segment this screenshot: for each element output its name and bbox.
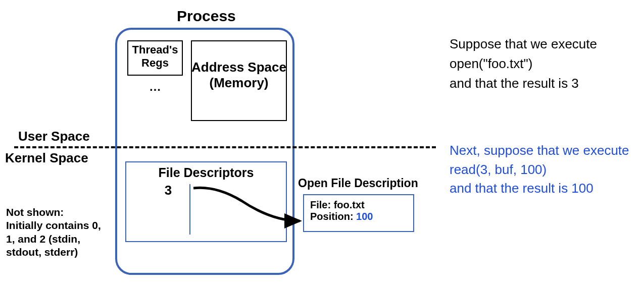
side1-line3: and that the result is 3 bbox=[450, 74, 641, 93]
process-title: Process bbox=[177, 8, 236, 25]
ofd-file-value: foo.txt bbox=[334, 199, 365, 210]
ofd-file-label: File: bbox=[310, 199, 334, 210]
ofd-pos-row: Position: 100 bbox=[310, 211, 407, 222]
side-text-1: Suppose that we execute open("foo.txt") … bbox=[450, 34, 641, 93]
addr-space-label: Address Space (Memory) bbox=[191, 60, 287, 91]
side1-line1: Suppose that we execute bbox=[450, 34, 641, 54]
side1-line2: open("foo.txt") bbox=[450, 54, 641, 74]
thread-regs-label: Thread's Regs bbox=[127, 43, 183, 70]
user-space-label: User Space bbox=[18, 129, 90, 144]
fd-arrow-icon bbox=[191, 181, 307, 226]
ofd-file-row: File: foo.txt bbox=[310, 199, 407, 211]
fd-number: 3 bbox=[156, 183, 181, 198]
thread-more-label: … bbox=[127, 80, 183, 94]
side-text-2: Next, suppose that we execute read(3, bu… bbox=[450, 141, 641, 198]
side2-line1: Next, suppose that we execute bbox=[450, 141, 641, 160]
user-kernel-divider bbox=[14, 146, 436, 148]
kernel-space-label: Kernel Space bbox=[5, 150, 88, 166]
ofd-box: File: foo.txt Position: 100 bbox=[303, 194, 414, 232]
side2-line3: and that the result is 100 bbox=[450, 179, 641, 198]
ofd-pos-label: Position: bbox=[310, 211, 356, 222]
ofd-title: Open File Description bbox=[298, 177, 439, 190]
fd-divider bbox=[189, 184, 190, 235]
not-shown-note: Not shown: Initially contains 0, 1, and … bbox=[6, 206, 110, 259]
file-descriptors-label: File Descriptors bbox=[125, 165, 287, 180]
ofd-pos-value: 100 bbox=[356, 211, 373, 222]
side2-line2: read(3, buf, 100) bbox=[450, 160, 641, 180]
